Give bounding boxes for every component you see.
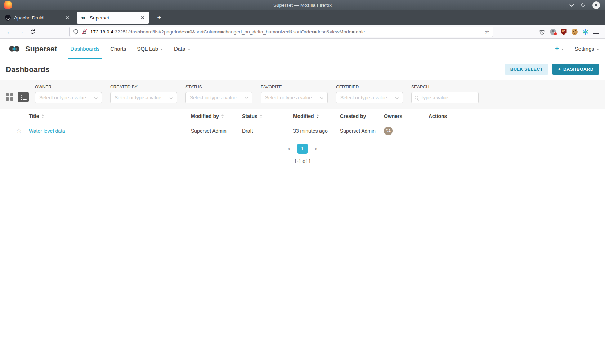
superset-navbar: Superset Dashboards Charts SQL Lab Data … [0,39,605,59]
column-header-status[interactable]: Status [242,113,293,119]
column-header-owners: Owners [384,113,429,119]
reload-button[interactable] [27,27,38,37]
page-title: Dashboards [6,65,49,74]
firefox-logo-icon [4,1,12,9]
browser-toolbar: ← → 172.18.0.4:32251/dashboard/list/?pag… [0,25,605,39]
superset-favicon [80,16,86,20]
status-cell: Draft [242,128,293,134]
druid-favicon [5,15,11,21]
plus-icon: + [558,67,561,72]
nav-label: Data [174,46,185,52]
chevron-down-icon [596,49,599,50]
table-row: ☆ Water level data Superset Admin Draft … [6,124,599,138]
url-host: 172.18.0.4 [90,29,113,35]
page-header: Dashboards BULK SELECT + DASHBOARD [0,59,605,80]
sort-icon [260,114,262,118]
tab-strip: Apache Druid Superset + [0,10,605,25]
favorite-star-icon[interactable]: ☆ [6,127,29,135]
list-view-button[interactable] [18,92,29,102]
sort-icon [42,114,44,118]
pagination: « 1 » [0,144,605,154]
nav-item-dashboards[interactable]: Dashboards [65,39,105,59]
window-maximize-icon[interactable] [581,3,585,8]
chevron-down-icon [160,49,163,50]
search-box[interactable] [411,92,479,103]
favorite-filter-select[interactable]: Select or type a value [261,92,328,103]
privacy-extension-icon[interactable] [547,27,558,37]
window-minimize-icon[interactable] [569,2,574,7]
forward-button[interactable]: → [15,27,27,37]
nav-item-sql-lab[interactable]: SQL Lab [131,39,169,59]
sort-icon [221,114,224,118]
created-by-filter-select[interactable]: Select or type a value [110,92,177,103]
list-icon [21,95,27,100]
window-titlebar: Superset — Mozilla Firefox [0,0,605,10]
status-filter-select[interactable]: Select or type a value [185,92,252,103]
owner-filter-select[interactable]: Select or type a value [35,92,102,103]
tab-label: Apache Druid [14,15,64,21]
nav-label: SQL Lab [137,46,158,52]
chevron-down-icon [561,49,564,50]
menu-hamburger-icon[interactable] [591,27,601,37]
cookie-extension-icon[interactable] [569,27,580,37]
filter-label-owner: OWNER [35,85,102,90]
filter-label-created-by: CREATED BY [110,85,177,90]
page-1-button[interactable]: 1 [297,144,308,154]
owner-avatar[interactable]: SA [384,127,393,135]
nav-label: Dashboards [70,46,99,52]
card-view-button[interactable] [6,93,14,101]
url-bar[interactable]: 172.18.0.4:32251/dashboard/list/?pageInd… [69,27,493,37]
shield-icon[interactable] [73,29,79,35]
nav-item-charts[interactable]: Charts [105,39,131,59]
back-button[interactable]: ← [4,27,15,37]
filter-label-search: SEARCH [411,85,479,90]
column-header-title[interactable]: Title [29,113,191,119]
ublock-origin-icon[interactable]: UO [558,27,569,37]
window-close-icon[interactable] [592,1,600,9]
dashboard-title-link[interactable]: Water level data [29,128,65,134]
superset-brand[interactable]: Superset [6,39,57,59]
plus-icon: + [555,45,559,53]
bulk-select-button[interactable]: BULK SELECT [505,64,549,75]
search-input[interactable] [421,95,475,100]
search-icon [415,96,418,99]
modified-cell: 33 minutes ago [293,128,340,134]
tab-apache-druid[interactable]: Apache Druid [1,12,74,24]
brand-text: Superset [25,45,57,53]
insecure-lock-icon[interactable] [82,29,87,35]
table-header-row: Title Modified by Status Modified Create… [6,109,599,124]
previous-page-button[interactable]: « [285,144,292,153]
column-header-modified[interactable]: Modified [293,113,340,119]
tab-superset[interactable]: Superset [77,12,149,24]
bookmark-star-icon[interactable]: ☆ [485,29,489,35]
spark-extension-icon[interactable] [580,27,591,37]
nav-item-data[interactable]: Data [169,39,196,59]
column-header-created-by: Created by [340,113,384,119]
new-tab-button[interactable]: + [154,13,164,23]
new-object-menu[interactable]: + [555,45,564,53]
url-path: :32251/dashboard/list/?pageIndex=0&sortC… [113,29,365,35]
next-page-button[interactable]: » [313,144,320,153]
pagination-summary: 1-1 of 1 [0,158,605,164]
column-header-modified-by[interactable]: Modified by [191,113,242,119]
filter-bar: OWNER Select or type a value CREATED BY … [0,80,605,109]
tab-close-icon[interactable] [139,14,146,21]
filter-label-status: STATUS [185,85,252,90]
chevron-down-icon [188,49,191,50]
dashboards-table: Title Modified by Status Modified Create… [0,109,605,138]
tab-close-icon[interactable] [64,14,71,21]
filter-label-favorite: FAVORITE [261,85,328,90]
settings-label: Settings [575,46,594,52]
modified-by-cell: Superset Admin [191,128,227,134]
created-by-cell: Superset Admin [340,128,384,134]
superset-logo-icon [6,44,23,54]
settings-menu[interactable]: Settings [575,46,599,52]
certified-filter-select[interactable]: Select or type a value [336,92,403,103]
filter-label-certified: CERTIFIED [336,85,403,90]
sort-desc-icon [317,114,319,118]
url-text[interactable]: 172.18.0.4:32251/dashboard/list/?pageInd… [90,29,485,35]
nav-label: Charts [110,46,126,52]
pocket-icon[interactable] [537,27,547,37]
new-dashboard-button[interactable]: + DASHBOARD [552,64,599,75]
window-title: Superset — Mozilla Firefox [273,3,332,8]
